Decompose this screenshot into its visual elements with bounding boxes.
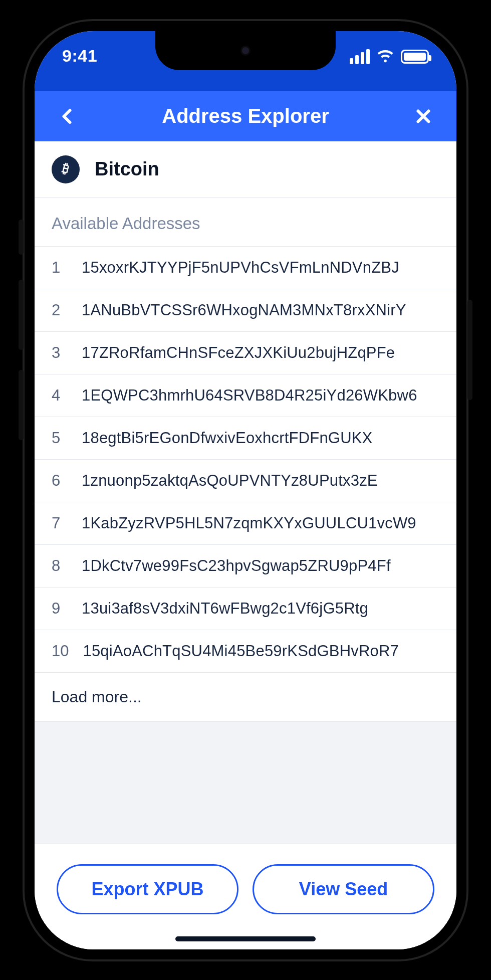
- wifi-icon: [377, 48, 394, 65]
- notch: [155, 31, 336, 70]
- address-row[interactable]: 317ZRoRfamCHnSFceZXJXKiUu2bujHZqPFe: [35, 332, 456, 374]
- address-row[interactable]: 115xoxrKJTYYPjF5nUPVhCsVFmLnNDVnZBJ: [35, 247, 456, 289]
- status-icons: [350, 48, 429, 65]
- empty-area: [35, 722, 456, 844]
- screen: 9:41 Address Explorer: [35, 31, 456, 949]
- side-button: [19, 220, 24, 255]
- address-value: 1EQWPC3hmrhU64SRVB8D4R25iYd26WKbw6: [82, 386, 417, 405]
- address-value: 1ANuBbVTCSSr6WHxogNAM3MNxT8rxXNirY: [82, 301, 406, 319]
- address-index: 1: [52, 259, 68, 277]
- address-row[interactable]: 21ANuBbVTCSSr6WHxogNAM3MNxT8rxXNirY: [35, 289, 456, 332]
- address-index: 8: [52, 557, 68, 575]
- bitcoin-icon: ₿: [52, 155, 80, 183]
- address-index: 10: [52, 642, 69, 660]
- address-index: 5: [52, 429, 68, 447]
- address-row[interactable]: 518egtBi5rEGonDfwxivEoxhcrtFDFnGUKX: [35, 417, 456, 460]
- address-value: 13ui3af8sV3dxiNT6wFBwg2c1Vf6jG5Rtg: [82, 600, 368, 618]
- side-button: [467, 300, 472, 400]
- address-value: 15xoxrKJTYYPjF5nUPVhCsVFmLnNDVnZBJ: [82, 259, 399, 277]
- section-heading: Available Addresses: [35, 198, 456, 247]
- side-button: [19, 280, 24, 350]
- address-value: 1DkCtv7we99FsC23hpvSgwap5ZRU9pP4Ff: [82, 557, 391, 575]
- navbar: Address Explorer: [35, 91, 456, 141]
- address-row[interactable]: 81DkCtv7we99FsC23hpvSgwap5ZRU9pP4Ff: [35, 545, 456, 587]
- address-index: 4: [52, 386, 68, 405]
- address-index: 7: [52, 514, 68, 532]
- address-row[interactable]: 913ui3af8sV3dxiNT6wFBwg2c1Vf6jG5Rtg: [35, 587, 456, 630]
- address-index: 3: [52, 344, 68, 362]
- address-list: 115xoxrKJTYYPjF5nUPVhCsVFmLnNDVnZBJ21ANu…: [35, 247, 456, 673]
- address-row[interactable]: 1015qiAoAChTqSU4Mi45Be59rKSdGBHvRoR7: [35, 630, 456, 673]
- address-row[interactable]: 41EQWPC3hmrhU64SRVB8D4R25iYd26WKbw6: [35, 374, 456, 417]
- address-value: 18egtBi5rEGonDfwxivEoxhcrtFDFnGUKX: [82, 429, 373, 447]
- page-title: Address Explorer: [80, 105, 411, 127]
- phone-frame: 9:41 Address Explorer: [23, 19, 468, 961]
- battery-icon: [401, 50, 429, 64]
- address-value: 1KabZyzRVP5HL5N7zqmKXYxGUULCU1vcW9: [82, 514, 416, 532]
- address-row[interactable]: 71KabZyzRVP5HL5N7zqmKXYxGUULCU1vcW9: [35, 502, 456, 545]
- view-seed-button[interactable]: View Seed: [253, 864, 434, 914]
- bottom-actions: Export XPUB View Seed: [35, 844, 456, 949]
- address-value: 17ZRoRfamCHnSFceZXJXKiUu2bujHZqPFe: [82, 344, 395, 362]
- address-index: 9: [52, 600, 68, 618]
- address-value: 15qiAoAChTqSU4Mi45Be59rKSdGBHvRoR7: [83, 642, 399, 660]
- coin-row[interactable]: ₿ Bitcoin: [35, 141, 456, 198]
- svg-text:₿: ₿: [61, 161, 71, 176]
- side-button: [19, 370, 24, 440]
- coin-name: Bitcoin: [95, 158, 159, 180]
- back-button[interactable]: [56, 104, 80, 128]
- status-time: 9:41: [62, 46, 97, 66]
- signal-icon: [350, 49, 370, 64]
- address-index: 6: [52, 472, 68, 490]
- address-index: 2: [52, 301, 68, 319]
- address-row[interactable]: 61znuonp5zaktqAsQoUPVNTYz8UPutx3zE: [35, 460, 456, 502]
- address-value: 1znuonp5zaktqAsQoUPVNTYz8UPutx3zE: [82, 472, 378, 490]
- load-more-button[interactable]: Load more...: [35, 673, 456, 722]
- home-indicator: [175, 936, 316, 941]
- close-button[interactable]: [411, 104, 435, 128]
- export-xpub-button[interactable]: Export XPUB: [57, 864, 238, 914]
